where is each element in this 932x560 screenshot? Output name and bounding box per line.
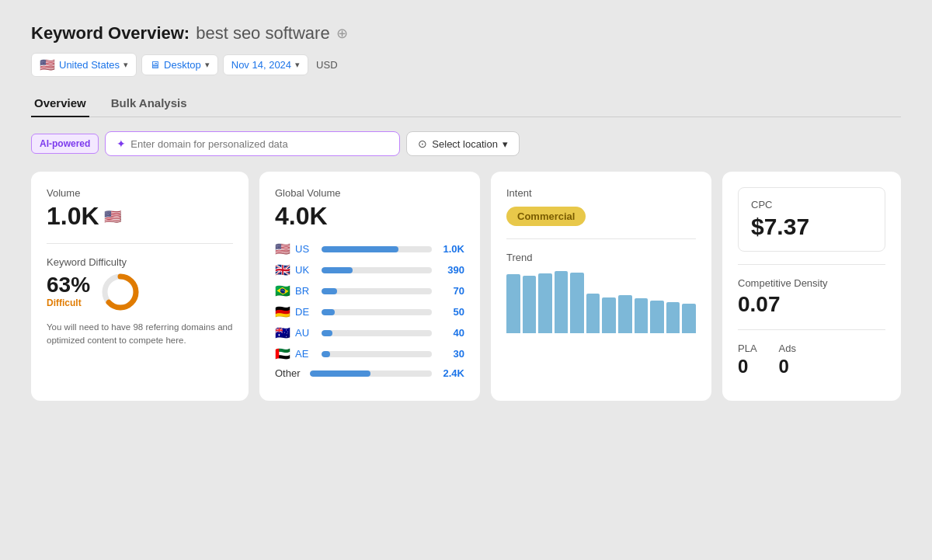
- intent-trend-card: Intent Commercial Trend: [491, 172, 711, 401]
- difficulty-tag: Difficult: [47, 297, 90, 308]
- code-au: AU: [295, 327, 317, 339]
- global-volume-card: Global Volume 4.0K 🇺🇸 US 1.0K 🇬🇧 UK 390 …: [259, 172, 480, 401]
- code-us: US: [295, 243, 317, 255]
- date-filter-button[interactable]: Nov 14, 2024 ▾: [223, 54, 308, 75]
- ai-powered-badge: AI-powered: [31, 134, 99, 154]
- intent-section: Intent Commercial: [506, 187, 696, 226]
- trend-bar-1: [523, 276, 537, 333]
- add-keyword-icon[interactable]: ⊕: [336, 25, 348, 42]
- sparkle-icon: ✦: [116, 137, 126, 150]
- count-au: 40: [436, 327, 464, 339]
- title-row: Keyword Overview: best seo software ⊕: [31, 23, 901, 43]
- trend-bar-8: [635, 298, 649, 333]
- device-icon: 🖥: [150, 59, 160, 71]
- country-row-br: 🇧🇷 BR 70: [275, 283, 464, 298]
- select-location-label: Select location: [432, 138, 498, 150]
- flag-de: 🇩🇪: [275, 304, 290, 319]
- bar-track-de: [322, 309, 432, 315]
- trend-bar-4: [570, 273, 584, 333]
- location-filter-button[interactable]: 🇺🇸 United States ▾: [31, 53, 137, 77]
- cpc-divider: [738, 264, 885, 265]
- bar-track-uk: [322, 267, 432, 273]
- difficulty-label: Keyword Difficulty: [47, 256, 233, 268]
- comp-density-value: 0.07: [738, 292, 885, 317]
- volume-card: Volume 1.0K 🇺🇸 Keyword Difficulty 63% Di…: [31, 172, 249, 401]
- domain-input-wrapper[interactable]: ✦: [105, 131, 400, 156]
- ads-label: Ads: [779, 343, 796, 354]
- flag-br: 🇧🇷: [275, 283, 290, 298]
- ads-item: Ads 0: [779, 343, 796, 377]
- comp-pla-divider: [738, 329, 885, 330]
- country-row-us: 🇺🇸 US 1.0K: [275, 242, 464, 256]
- device-label: Desktop: [164, 59, 201, 71]
- cpc-card: CPC $7.37 Competitive Density 0.07 PLA 0…: [722, 172, 901, 401]
- device-chevron-icon: ▾: [205, 60, 210, 70]
- bar-fill-other: [310, 370, 371, 377]
- count-us: 1.0K: [436, 243, 464, 255]
- location-label: United States: [59, 59, 120, 71]
- intent-label: Intent: [506, 187, 696, 199]
- select-location-chevron-icon: ▾: [503, 138, 508, 150]
- bar-fill-de: [322, 309, 335, 315]
- flag-ae: 🇦🇪: [275, 346, 290, 361]
- global-volume-value: 4.0K: [275, 202, 464, 231]
- country-row-uk: 🇬🇧 UK 390: [275, 263, 464, 277]
- trend-bar-6: [602, 297, 616, 333]
- donut-chart: [99, 271, 141, 313]
- trend-label: Trend: [506, 252, 696, 263]
- volume-flag: 🇺🇸: [104, 208, 121, 225]
- pla-label: PLA: [738, 343, 757, 354]
- select-location-button[interactable]: ⊙ Select location ▾: [406, 131, 520, 156]
- filters-row: 🇺🇸 United States ▾ 🖥 Desktop ▾ Nov 14, 2…: [31, 53, 901, 77]
- page-title-static: Keyword Overview:: [31, 23, 190, 43]
- trend-bar-7: [618, 295, 632, 333]
- cpc-inner: CPC $7.37: [738, 187, 885, 252]
- trend-bar-0: [506, 274, 520, 333]
- cards-grid: Volume 1.0K 🇺🇸 Keyword Difficulty 63% Di…: [31, 172, 901, 401]
- flag-us: 🇺🇸: [275, 242, 290, 256]
- count-de: 50: [436, 306, 464, 318]
- currency-label: USD: [316, 59, 337, 71]
- cpc-value: $7.37: [751, 214, 872, 240]
- pla-value: 0: [738, 356, 757, 377]
- comp-density-label: Competitive Density: [738, 277, 885, 289]
- global-volume-label: Global Volume: [275, 187, 464, 199]
- tab-overview[interactable]: Overview: [31, 90, 89, 117]
- trend-bar-9: [650, 301, 664, 333]
- location-flag: 🇺🇸: [40, 57, 55, 72]
- trend-bar-3: [555, 271, 569, 333]
- flag-au: 🇦🇺: [275, 325, 290, 340]
- bar-fill-ae: [322, 351, 330, 357]
- device-filter-button[interactable]: 🖥 Desktop ▾: [141, 54, 218, 75]
- other-label: Other: [275, 367, 305, 379]
- tab-bulk-analysis[interactable]: Bulk Analysis: [108, 90, 190, 117]
- bar-fill-uk: [322, 267, 353, 273]
- cpc-label: CPC: [751, 199, 872, 210]
- bar-track-other: [310, 370, 432, 377]
- date-chevron-icon: ▾: [295, 60, 300, 70]
- bar-track-au: [322, 330, 432, 336]
- trend-bar-2: [538, 273, 552, 333]
- bar-fill-au: [322, 330, 332, 336]
- difficulty-value: 63%: [47, 273, 90, 297]
- code-de: DE: [295, 306, 317, 318]
- count-uk: 390: [436, 264, 464, 276]
- domain-input[interactable]: [130, 138, 388, 150]
- tabs-row: Overview Bulk Analysis: [31, 89, 901, 117]
- country-row-other: Other 2.4K: [275, 367, 464, 379]
- difficulty-description: You will need to have 98 referring domai…: [47, 321, 233, 348]
- bar-fill-br: [322, 288, 337, 294]
- date-label: Nov 14, 2024: [231, 59, 291, 71]
- country-row-au: 🇦🇺 AU 40: [275, 325, 464, 340]
- bar-track-ae: [322, 351, 432, 357]
- trend-section: Trend: [506, 252, 696, 333]
- count-other: 2.4K: [436, 367, 464, 379]
- code-br: BR: [295, 285, 317, 297]
- commercial-badge: Commercial: [506, 207, 586, 226]
- comp-density-section: Competitive Density 0.07 PLA 0 Ads 0: [738, 277, 885, 377]
- pla-item: PLA 0: [738, 343, 757, 377]
- trend-bar-5: [586, 294, 600, 333]
- volume-label: Volume: [47, 187, 233, 199]
- trend-bar-11: [682, 304, 696, 333]
- trend-bar-10: [666, 302, 680, 333]
